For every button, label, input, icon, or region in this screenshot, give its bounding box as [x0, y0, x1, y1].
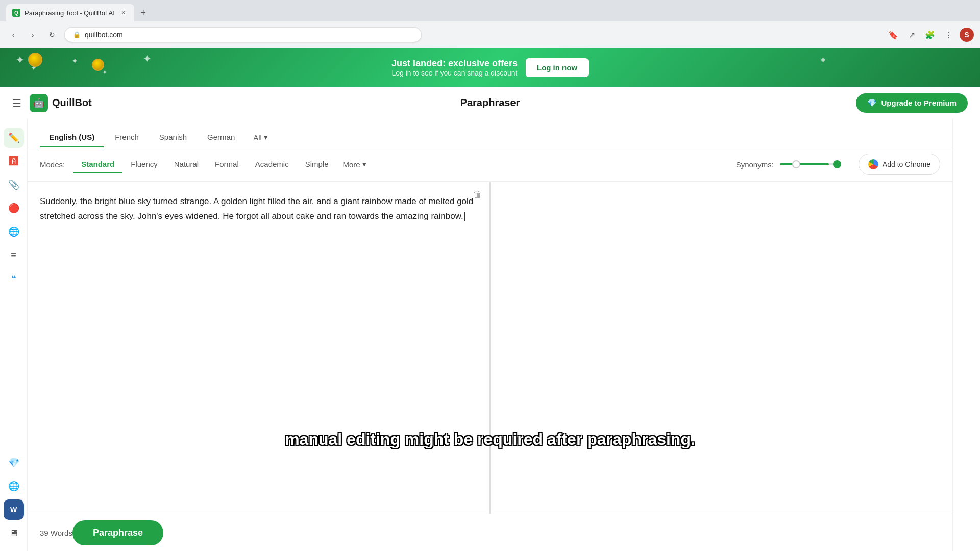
chrome-browser-icon — [868, 159, 878, 169]
refresh-button[interactable]: ↻ — [45, 28, 59, 42]
synonyms-label: Synonyms: — [736, 160, 774, 169]
lang-tab-french[interactable]: French — [106, 128, 148, 147]
back-button[interactable]: ‹ — [6, 28, 20, 42]
star-decoration-6: ✦ — [819, 55, 827, 66]
sidebar-item-screen[interactable]: 🖥 — [4, 523, 24, 543]
browser-tab[interactable]: Q Paraphrasing Tool - QuillBot AI × — [6, 4, 134, 21]
more-options-icon[interactable]: ⋮ — [941, 28, 955, 42]
mode-standard[interactable]: Standard — [73, 156, 122, 173]
promo-text: Just landed: exclusive offers Log in to … — [391, 58, 518, 77]
input-text-area[interactable]: Suddenly, the bright blue sky turned str… — [28, 182, 489, 514]
upgrade-label: Upgrade to Premium — [881, 98, 957, 107]
left-sidebar: ✏️ 🅰 📎 🔴 🌐 ≡ ❝ 💎 🌐 W 🖥 — [0, 119, 28, 551]
login-now-button[interactable]: Log in now — [526, 58, 589, 77]
profile-avatar[interactable]: S — [960, 28, 974, 42]
logo-icon: 🤖 — [30, 94, 48, 112]
star-decoration-3: ✦ — [71, 56, 78, 66]
top-navigation: ☰ 🤖 QuillBot Paraphraser 💎 Upgrade to Pr… — [0, 87, 980, 119]
input-text: Suddenly, the bright blue sky turned str… — [40, 196, 473, 221]
promo-headline: Just landed: exclusive offers — [391, 58, 518, 69]
logo[interactable]: 🤖 QuillBot — [30, 94, 92, 112]
delete-button[interactable]: 🗑 — [473, 189, 482, 200]
sidebar-item-extra[interactable]: 🔴 — [4, 198, 24, 218]
mode-simple[interactable]: Simple — [297, 156, 337, 173]
forward-button[interactable]: › — [26, 28, 40, 42]
lock-icon: 🔒 — [73, 31, 81, 38]
content-area: English (US) French Spanish German All ▾ — [28, 119, 952, 551]
chevron-down-icon: ▾ — [362, 160, 366, 169]
menu-icon[interactable]: ☰ — [12, 97, 21, 109]
sidebar-item-citation[interactable]: 📎 — [4, 174, 24, 195]
bottom-bar: 39 Words Paraphrase — [28, 514, 952, 551]
mode-academic[interactable]: Academic — [247, 156, 297, 173]
gem-icon: 💎 — [867, 98, 877, 108]
mode-formal[interactable]: Formal — [207, 156, 247, 173]
output-panel — [491, 182, 952, 514]
add-to-chrome-button[interactable]: Add to Chrome — [859, 154, 940, 175]
tab-title: Paraphrasing Tool - QuillBot AI — [24, 9, 115, 17]
sidebar-item-gem[interactable]: 💎 — [4, 453, 24, 473]
synonyms-slider[interactable] — [780, 163, 846, 165]
url-text: quillbot.com — [85, 31, 123, 39]
word-count: 39 Words — [40, 529, 72, 537]
mode-natural[interactable]: Natural — [166, 156, 207, 173]
modes-label: Modes: — [40, 160, 65, 169]
mode-fluency[interactable]: Fluency — [122, 156, 166, 173]
tab-close-button[interactable]: × — [119, 8, 128, 17]
sidebar-item-chrome[interactable]: 🌐 — [4, 476, 24, 496]
lang-tab-english[interactable]: English (US) — [40, 128, 104, 147]
star-decoration-2: ✦ — [31, 64, 37, 72]
all-languages-dropdown[interactable]: All ▾ — [246, 128, 275, 147]
text-cursor — [464, 212, 465, 221]
sidebar-item-paraphrase[interactable]: ✏️ — [4, 128, 24, 148]
promo-subtext: Log in to see if you can snag a discount — [391, 69, 518, 77]
sidebar-item-word[interactable]: W — [4, 499, 24, 520]
star-decoration-5: ✦ — [143, 53, 152, 65]
right-sidebar — [952, 119, 980, 551]
coin-decoration-1 — [28, 53, 42, 67]
promo-banner: ✦ ✦ ✦ ✦ ✦ ✦ Just landed: exclusive offer… — [0, 48, 980, 87]
paraphrase-button[interactable]: Paraphrase — [72, 520, 163, 545]
language-tabs: English (US) French Spanish German All ▾ — [28, 119, 952, 147]
modes-bar: Modes: Standard Fluency Natural Formal A… — [28, 147, 952, 182]
new-tab-button[interactable]: + — [136, 6, 151, 20]
tab-favicon: Q — [12, 9, 20, 17]
chevron-down-icon: ▾ — [264, 133, 268, 142]
synonyms-control: Synonyms: — [736, 160, 846, 169]
address-bar[interactable]: 🔒 quillbot.com — [64, 27, 422, 42]
app-container: ☰ 🤖 QuillBot Paraphraser 💎 Upgrade to Pr… — [0, 87, 980, 551]
star-decoration-1: ✦ — [15, 54, 24, 67]
editor-area: 🗑 Suddenly, the bright blue sky turned s… — [28, 182, 952, 514]
page-title: Paraphraser — [460, 97, 520, 109]
lang-tab-german[interactable]: German — [198, 128, 244, 147]
sidebar-item-grammar[interactable]: 🅰 — [4, 151, 24, 171]
input-panel: 🗑 Suddenly, the bright blue sky turned s… — [28, 182, 491, 514]
coin-decoration-2 — [92, 59, 104, 71]
sidebar-item-summarize[interactable]: ≡ — [4, 245, 24, 265]
main-layout: ✏️ 🅰 📎 🔴 🌐 ≡ ❝ 💎 🌐 W 🖥 E — [0, 119, 980, 551]
extensions-icon[interactable]: 🧩 — [923, 28, 937, 42]
logo-text: QuillBot — [52, 97, 92, 109]
upgrade-button[interactable]: 💎 Upgrade to Premium — [856, 93, 968, 113]
share-icon[interactable]: ↗ — [904, 28, 919, 42]
more-modes-button[interactable]: More ▾ — [337, 156, 373, 173]
sidebar-item-translate[interactable]: 🌐 — [4, 221, 24, 242]
bookmark-icon[interactable]: 🔖 — [886, 28, 900, 42]
star-decoration-4: ✦ — [102, 69, 107, 76]
sidebar-item-quotes[interactable]: ❝ — [4, 268, 24, 289]
lang-tab-spanish[interactable]: Spanish — [150, 128, 196, 147]
